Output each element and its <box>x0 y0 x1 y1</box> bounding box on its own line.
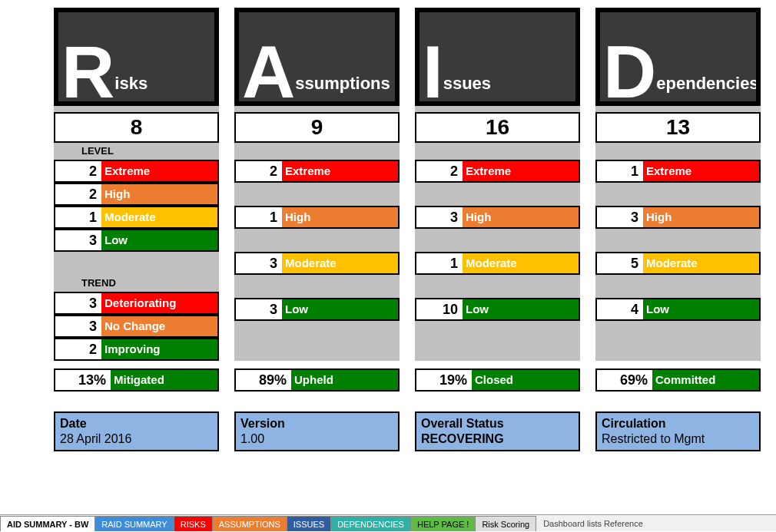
info-value: 1.00 <box>240 431 393 447</box>
level-count: 3 <box>236 253 282 273</box>
level-row: 1High <box>234 206 400 229</box>
level-count: 10 <box>416 299 463 319</box>
trend-label: Deteriorating <box>101 293 217 313</box>
count-value: 13 <box>595 112 761 143</box>
sheet-tab[interactable]: DEPENDENCIES <box>330 516 411 531</box>
level-row: 3Moderate <box>234 252 400 275</box>
level-row: 2Extreme <box>415 160 580 183</box>
info-label: Overall Status <box>421 416 574 431</box>
level-label: Extreme <box>101 161 217 181</box>
footer-label: Upheld <box>291 370 398 390</box>
level-label: High <box>643 207 759 227</box>
header-letter: R <box>61 44 113 101</box>
sheet-tabs: AID SUMMARY - BWRAID SUMMARYRISKSASSUMPT… <box>0 514 776 531</box>
trend-row: 3Deteriorating <box>54 292 219 315</box>
count-value: 9 <box>234 112 400 143</box>
header-rest: ssues <box>443 74 491 94</box>
level-label: Low <box>463 299 579 319</box>
footer-row: 69%Committed <box>595 368 761 392</box>
info-value: 28 April 2016 <box>60 431 213 447</box>
count-value: 16 <box>415 112 580 143</box>
trend-label: Improving <box>101 339 217 359</box>
info-label: Date <box>60 416 213 431</box>
level-row: 1Extreme <box>595 160 761 183</box>
raid-column: Issues162Extreme3High1Moderate10Low19%Cl… <box>415 8 580 411</box>
info-label: Version <box>240 416 393 431</box>
column-header: Issues <box>415 8 580 106</box>
footer-percent: 89% <box>236 370 291 390</box>
header-letter: I <box>423 44 442 101</box>
info-box: Version1.00 <box>234 411 400 451</box>
level-count: 5 <box>597 253 643 273</box>
level-row: 2Extreme <box>54 160 219 183</box>
level-row: 3Low <box>54 229 219 252</box>
sheet-tab[interactable]: ASSUMPTIONS <box>212 516 287 531</box>
level-row: 1Moderate <box>415 252 580 275</box>
trend-label: No Change <box>101 316 217 336</box>
sheet-tab[interactable]: HELP PAGE ! <box>410 516 476 531</box>
level-row: 10Low <box>415 298 580 321</box>
raid-dashboard: Risks8LEVEL2Extreme2High1Moderate3LowTRE… <box>0 0 776 411</box>
trend-count: 3 <box>55 293 101 313</box>
level-label: Moderate <box>643 253 759 273</box>
trend-count: 2 <box>55 339 101 359</box>
header-rest: ssumptions <box>295 74 390 94</box>
level-count: 4 <box>597 299 643 319</box>
level-count: 1 <box>236 207 282 227</box>
footer-label: Closed <box>472 370 579 390</box>
level-label: Extreme <box>282 161 398 181</box>
info-value: RECOVERING <box>421 431 574 447</box>
level-label: Extreme <box>643 161 759 181</box>
trend-row: 2Improving <box>54 338 219 361</box>
level-label: Moderate <box>463 253 579 273</box>
sheet-tab[interactable]: RISKS <box>174 516 213 531</box>
count-value: 8 <box>54 112 219 143</box>
level-label: Extreme <box>463 161 579 181</box>
trend-heading: TREND <box>54 275 219 292</box>
footer-label: Mitigated <box>111 370 217 390</box>
footer-label: Committed <box>652 370 759 390</box>
level-row: 3High <box>415 206 580 229</box>
level-count: 2 <box>55 184 101 204</box>
header-letter: A <box>242 44 293 101</box>
level-count: 1 <box>597 161 643 181</box>
level-row: 5Moderate <box>595 252 761 275</box>
info-row: Date28 April 2016Version1.00Overall Stat… <box>0 411 776 451</box>
level-heading: LEVEL <box>54 143 219 160</box>
level-label: High <box>101 184 217 204</box>
raid-column: Risks8LEVEL2Extreme2High1Moderate3LowTRE… <box>54 8 219 411</box>
column-header: Dependencies <box>595 8 761 106</box>
level-count: 3 <box>597 207 643 227</box>
level-count: 2 <box>55 161 101 181</box>
sheet-tab[interactable]: AID SUMMARY - BW <box>0 516 95 531</box>
header-rest: ependencies <box>656 74 758 94</box>
footer-row: 89%Upheld <box>234 368 400 392</box>
level-label: Moderate <box>101 207 217 227</box>
level-row: 1Moderate <box>54 206 219 229</box>
sheet-tab[interactable]: ISSUES <box>287 516 331 531</box>
header-letter: D <box>603 44 655 101</box>
footer-row: 13%Mitigated <box>54 368 219 392</box>
footer-percent: 69% <box>597 370 652 390</box>
level-count: 2 <box>416 161 463 181</box>
raid-column: Dependencies131Extreme3High5Moderate4Low… <box>595 8 761 411</box>
sheet-tab[interactable]: Risk Scoring <box>475 516 536 531</box>
level-label: High <box>282 207 398 227</box>
level-count: 3 <box>55 230 101 250</box>
header-rest: isks <box>114 74 148 94</box>
info-value: Restricted to Mgmt <box>602 431 754 447</box>
level-label: High <box>463 207 579 227</box>
level-row: 2Extreme <box>234 160 400 183</box>
sheet-tab[interactable]: RAID SUMMARY <box>95 516 174 531</box>
raid-column: Assumptions92Extreme1High3Moderate3Low89… <box>234 8 400 411</box>
level-count: 1 <box>55 207 101 227</box>
trend-count: 3 <box>55 316 101 336</box>
level-row: 3Low <box>234 298 400 321</box>
trend-row: 3No Change <box>54 315 219 338</box>
info-box: CirculationRestricted to Mgmt <box>595 411 761 451</box>
level-count: 1 <box>416 253 463 273</box>
column-header: Assumptions <box>234 8 400 106</box>
level-label: Low <box>282 299 398 319</box>
level-row: 3High <box>595 206 761 229</box>
level-count: 3 <box>416 207 463 227</box>
